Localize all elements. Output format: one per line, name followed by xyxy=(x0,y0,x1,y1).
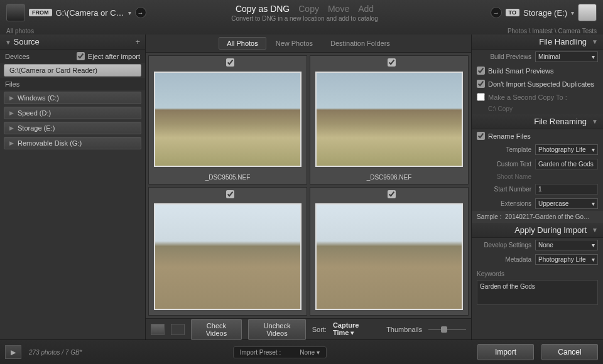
center-panel: All Photos New Photos Destination Folder… xyxy=(146,35,471,340)
build-smart-previews[interactable]: Build Smart Previews xyxy=(472,64,603,77)
to-badge: TO xyxy=(506,9,519,16)
mode-move[interactable]: Move xyxy=(328,4,349,14)
cancel-button[interactable]: Cancel xyxy=(541,344,598,360)
main-area: ▼ Source + Devices Eject after import G:… xyxy=(0,35,603,340)
to-subtitle: Photos \ Imatest \ Camera Tests xyxy=(508,28,597,35)
source-title: Source xyxy=(14,37,40,46)
thumbnail-cell[interactable]: _DSC9505.NEF xyxy=(148,55,307,185)
mode-add[interactable]: Add xyxy=(358,4,374,14)
sort-dropdown[interactable]: Capture Time ▾ xyxy=(333,321,374,337)
thumbnail-cell[interactable]: _DSC9506.NEF xyxy=(310,55,469,185)
from-path[interactable]: G:\(Camera or C… xyxy=(56,8,124,18)
metadata-select[interactable]: Photography Life▾ xyxy=(535,254,598,265)
source-summary: FROM G:\(Camera or C… ▾ → All photos xyxy=(6,4,151,35)
to-path[interactable]: Storage (E:) xyxy=(523,8,567,18)
eject-after-import[interactable]: Eject after import xyxy=(77,52,140,60)
from-subtitle: All photos xyxy=(6,28,34,35)
develop-settings-select[interactable]: None▾ xyxy=(535,240,598,250)
dont-import-duplicates[interactable]: Don't Import Suspected Duplicates xyxy=(472,77,603,90)
add-source-icon[interactable]: + xyxy=(135,37,140,46)
device-row-selected[interactable]: G:\(Camera or Card Reader) xyxy=(4,64,141,77)
tab-new-photos[interactable]: New Photos xyxy=(268,37,321,50)
sort-label: Sort: xyxy=(312,326,327,333)
apply-during-import-header[interactable]: Apply During Import▼ xyxy=(472,223,603,238)
thumbnail-grid: _DSC9505.NEF _DSC9506.NEF xyxy=(146,53,471,318)
drive-row[interactable]: ▶Speed (D:) xyxy=(4,107,141,119)
files-header: Files xyxy=(0,78,145,90)
mode-subtitle: Convert to DNG in a new location and add… xyxy=(151,15,459,22)
thumbnail-image[interactable] xyxy=(154,203,302,311)
import-preset-dropdown[interactable]: Import Preset : None ▾ xyxy=(233,346,327,358)
destination-summary: → TO Storage (E:) ▾ Photos \ Imatest \ C… xyxy=(459,4,597,35)
mode-copy-as-dng[interactable]: Copy as DNG xyxy=(236,4,290,14)
mode-copy[interactable]: Copy xyxy=(298,4,319,14)
thumbnail-checkbox[interactable] xyxy=(315,58,468,67)
thumbnail-caption: _DSC9505.NEF xyxy=(149,172,307,184)
thumbnail-checkbox[interactable] xyxy=(315,190,468,198)
center-tabs: All Photos New Photos Destination Folder… xyxy=(146,35,471,53)
import-mode: Copy as DNG Copy Move Add Convert to DNG… xyxy=(151,4,459,22)
left-panel: ▼ Source + Devices Eject after import G:… xyxy=(0,35,146,340)
keywords-input[interactable]: Garden of the Gods xyxy=(477,280,598,305)
sample-filename: Sample : 20140217-Garden of the Go… xyxy=(472,211,603,223)
right-panel: File Handling▼ Build Previews Minimal▾ B… xyxy=(471,35,603,340)
tab-destination-folders[interactable]: Destination Folders xyxy=(322,37,398,50)
file-handling-header[interactable]: File Handling▼ xyxy=(472,35,603,50)
drive-row[interactable]: ▶Windows (C:) xyxy=(4,92,141,104)
to-arrow-button[interactable]: → xyxy=(491,7,502,18)
thumbnail-cell[interactable] xyxy=(310,187,469,316)
thumbnail-image[interactable] xyxy=(154,72,302,167)
thumbnail-caption: _DSC9506.NEF xyxy=(310,172,468,184)
keywords-section: Keywords Garden of the Gods xyxy=(472,267,603,309)
from-arrow-button[interactable]: → xyxy=(135,7,146,18)
grid-view-icon[interactable] xyxy=(151,324,165,335)
hard-drive-icon xyxy=(6,4,25,21)
external-drive-icon xyxy=(578,4,597,21)
from-badge: FROM xyxy=(29,9,52,16)
check-videos-button[interactable]: Check Videos xyxy=(191,319,242,340)
file-renaming-header[interactable]: File Renaming▼ xyxy=(472,114,603,129)
tab-all-photos[interactable]: All Photos xyxy=(219,37,266,50)
start-number-input[interactable]: 1 xyxy=(535,184,598,195)
custom-text-input[interactable]: Garden of the Gods xyxy=(535,159,598,169)
extensions-select[interactable]: Uppercase▾ xyxy=(535,198,598,209)
second-copy-path: C:\ Copy xyxy=(472,104,603,114)
rename-files[interactable]: Rename Files xyxy=(472,129,603,142)
shoot-name-input xyxy=(535,175,598,179)
thumbnail-checkbox[interactable] xyxy=(154,190,307,198)
eject-checkbox[interactable] xyxy=(77,52,85,60)
thumbnail-size-slider[interactable] xyxy=(428,329,466,330)
template-select[interactable]: Photography Life▾ xyxy=(535,144,598,155)
to-path-dropdown[interactable]: ▾ xyxy=(571,9,574,16)
center-toolbar: Check Videos Uncheck Videos Sort: Captur… xyxy=(146,318,471,340)
status-text: 273 photos / 7 GB* xyxy=(29,349,82,356)
thumbnail-checkbox[interactable] xyxy=(154,58,307,67)
thumbnails-label: Thumbnails xyxy=(386,326,422,333)
drive-row[interactable]: ▶Storage (E:) xyxy=(4,122,141,134)
import-button[interactable]: Import xyxy=(477,344,534,360)
drive-row[interactable]: ▶Removable Disk (G:) xyxy=(4,137,141,149)
devices-label: Devices xyxy=(5,53,30,60)
devices-header: Devices Eject after import xyxy=(0,50,145,63)
thumbnail-cell[interactable] xyxy=(148,187,307,316)
bottom-bar: ▶ 273 photos / 7 GB* Import Preset : Non… xyxy=(0,340,603,364)
loupe-view-icon[interactable] xyxy=(171,324,185,335)
make-second-copy[interactable]: Make a Second Copy To : xyxy=(472,90,603,104)
play-button[interactable]: ▶ xyxy=(5,345,21,359)
build-previews-row: Build Previews Minimal▾ xyxy=(472,50,603,64)
uncheck-videos-button[interactable]: Uncheck Videos xyxy=(248,319,305,340)
top-bar: FROM G:\(Camera or C… ▾ → All photos Cop… xyxy=(0,0,603,35)
from-path-dropdown[interactable]: ▾ xyxy=(128,9,131,16)
build-previews-select[interactable]: Minimal▾ xyxy=(535,51,598,62)
thumbnail-image[interactable] xyxy=(315,203,463,311)
source-panel-header[interactable]: ▼ Source + xyxy=(0,35,145,50)
thumbnail-image[interactable] xyxy=(315,72,463,167)
